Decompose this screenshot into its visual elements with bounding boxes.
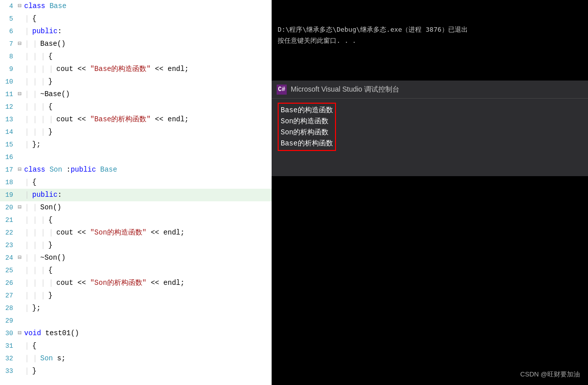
token: : [62, 166, 71, 174]
code-text: cout << "Base的析构函数" << endl; [55, 113, 272, 126]
indent-pipe: │ [39, 239, 47, 252]
token: void [24, 329, 41, 337]
line-number: 16 [2, 151, 16, 164]
line-number: 27 [2, 289, 16, 302]
indent-pipe: │ [23, 201, 31, 214]
indent-pipes: │ [23, 13, 31, 25]
line-number: 14 [2, 126, 16, 138]
code-line-19: 19│ public: [0, 189, 272, 201]
indent-pipes: │ [23, 189, 31, 201]
code-line-25: 25│ │ │ { [0, 264, 272, 277]
indent-pipe: │ [23, 289, 31, 302]
code-text: ~Base() [39, 88, 272, 101]
code-text: public: [31, 25, 272, 38]
code-text: }; [31, 138, 272, 151]
code-line-32: 32│ │ Son s; [0, 352, 272, 365]
indent-pipe: │ [23, 340, 31, 352]
indent-pipe: │ [23, 138, 31, 151]
token: } [48, 291, 52, 299]
line-number: 21 [2, 214, 16, 226]
indent-pipe: │ [31, 226, 39, 239]
code-line-15: 15│ }; [0, 138, 272, 151]
code-line-26: 26│ │ │ │ cout << "Son的析构函数" << endl; [0, 277, 272, 289]
line-number: 20 [2, 201, 16, 214]
gutter-icon[interactable]: ⊟ [16, 0, 23, 13]
indent-pipe: │ [39, 113, 47, 126]
code-line-14: 14│ │ │ } [0, 126, 272, 138]
token: () [70, 329, 79, 337]
indent-pipe: │ [47, 113, 55, 126]
code-line-18: 18│ { [0, 176, 272, 189]
indent-pipe: │ [23, 352, 31, 365]
line-number: 4 [2, 0, 16, 13]
token: Base [100, 166, 117, 174]
code-line-13: 13│ │ │ │ cout << "Base的析构函数" << endl; [0, 113, 272, 126]
code-line-9: 9│ │ │ │ cout << "Base的构造函数" << endl; [0, 63, 272, 75]
token: cout [56, 115, 73, 123]
token: } [48, 78, 52, 86]
token: Son [40, 203, 53, 211]
code-text: void test01() [23, 327, 272, 340]
token: cout [56, 65, 73, 73]
line-number: 11 [2, 88, 16, 101]
code-text: class Base [23, 0, 272, 13]
code-line-11: 11⊟│ │ ~Base() [0, 88, 272, 101]
code-line-24: 24⊟│ │ ~Son() [0, 252, 272, 264]
indent-pipe: │ [31, 38, 39, 50]
indent-pipes: │ │ │ [23, 264, 47, 277]
line-number: 13 [2, 113, 16, 126]
indent-pipe: │ [31, 289, 39, 302]
indent-pipe: │ [47, 226, 55, 239]
gutter-icon[interactable]: ⊟ [16, 38, 23, 50]
code-text: { [47, 214, 272, 226]
line-number: 24 [2, 252, 16, 264]
console-background: D:\程序\继承多态\Debug\继承多态.exe（进程 3876）已退出 按任… [272, 0, 588, 385]
indent-pipe: │ [39, 75, 47, 88]
indent-pipe: │ [23, 126, 31, 138]
indent-pipe: │ [31, 214, 39, 226]
code-line-17: 17⊟class Son :public Base [0, 164, 272, 176]
token: << [73, 65, 91, 73]
token: "Base的构造函数" [90, 65, 150, 73]
indent-pipe: │ [23, 63, 31, 75]
footer-line1: D:\程序\继承多态\Debug\继承多态.exe（进程 3876）已退出 [278, 24, 582, 35]
token: ~Base [40, 90, 61, 98]
gutter-icon[interactable]: ⊟ [16, 88, 23, 101]
output-line: Base的构造函数 [281, 105, 333, 116]
gutter-icon[interactable]: ⊟ [16, 327, 23, 340]
code-text: } [31, 365, 272, 377]
indent-pipes: │ [23, 340, 31, 352]
indent-pipe: │ [31, 113, 39, 126]
indent-pipes: │ │ [23, 88, 39, 101]
gutter-icon[interactable]: ⊟ [16, 252, 23, 264]
token: : [57, 191, 61, 199]
indent-pipe: │ [23, 365, 31, 377]
token: class [24, 2, 45, 10]
indent-pipe: │ [31, 201, 39, 214]
code-text: class Son :public Base [23, 164, 272, 176]
gutter-icon[interactable]: ⊟ [16, 201, 23, 214]
indent-pipes: │ │ │ │ [23, 226, 55, 239]
indent-pipes: │ │ [23, 252, 39, 264]
code-line-6: 6│ public: [0, 25, 272, 38]
gutter-icon[interactable]: ⊟ [16, 164, 23, 176]
indent-pipe: │ [23, 13, 31, 25]
token: { [48, 266, 52, 274]
token: () [61, 90, 70, 98]
token: Base [49, 2, 66, 10]
code-line-23: 23│ │ │ } [0, 239, 272, 252]
token: () [57, 40, 66, 48]
console-title: Microsoft Visual Studio 调试控制台 [291, 85, 399, 94]
token: s; [53, 354, 65, 362]
indent-pipe: │ [23, 113, 31, 126]
token: }; [32, 304, 41, 312]
indent-pipe: │ [39, 50, 47, 63]
code-text: public: [31, 189, 272, 201]
line-number: 33 [2, 365, 16, 377]
token: { [48, 103, 52, 111]
indent-pipe: │ [23, 189, 31, 201]
code-text: } [47, 289, 272, 302]
indent-pipes: │ [23, 302, 31, 315]
code-line-10: 10│ │ │ } [0, 75, 272, 88]
line-number: 22 [2, 226, 16, 239]
